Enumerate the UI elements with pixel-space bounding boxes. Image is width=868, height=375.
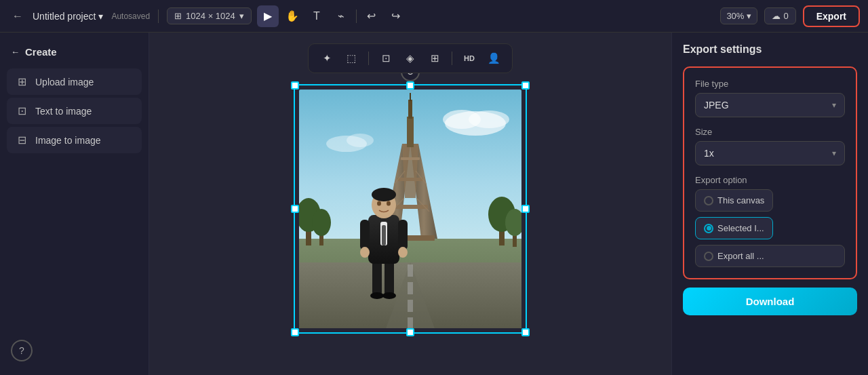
create-back-icon: ← xyxy=(11,47,20,57)
project-name-group[interactable]: Untitled project ▾ xyxy=(33,11,103,22)
size-select[interactable]: 1x ▾ xyxy=(695,141,845,165)
frame-icon: ⊡ xyxy=(382,52,391,64)
link-icon: ⌁ xyxy=(338,9,344,22)
size-chevron: ▾ xyxy=(832,149,836,158)
export-panel: Export settings File type JPEG ▾ Size 1x… xyxy=(671,33,868,375)
magic-icon: ✦ xyxy=(323,52,332,64)
export-option-label: Export option xyxy=(695,175,845,185)
help-icon: ? xyxy=(19,345,24,356)
handle-top-left[interactable] xyxy=(291,81,299,90)
project-name-text: Untitled project xyxy=(33,11,96,22)
this-canvas-option[interactable]: This canvas xyxy=(695,189,773,212)
export-radio-group: This canvas Selected I... xyxy=(695,189,845,239)
crop-tool-button[interactable]: ⬚ xyxy=(341,48,361,68)
export-options-group: This canvas Selected I... Export all ... xyxy=(695,189,845,267)
cloud-button[interactable]: ☁ 0 xyxy=(764,7,795,24)
canvas-size-text: 1024 × 1024 xyxy=(186,11,235,21)
magic-tool-button[interactable]: ✦ xyxy=(317,48,337,68)
export-settings-box: File type JPEG ▾ Size 1x ▾ Export option xyxy=(683,66,857,279)
zoom-control[interactable]: 30% ▾ xyxy=(720,7,757,24)
topbar-right: 30% ▾ ☁ 0 Export xyxy=(720,5,860,27)
this-canvas-label: This canvas xyxy=(717,195,764,205)
size-label: Size xyxy=(695,127,845,137)
eraser-tool-button[interactable]: ◈ xyxy=(400,48,420,68)
handle-top-right[interactable] xyxy=(521,81,530,90)
file-type-section: File type JPEG ▾ xyxy=(695,79,845,117)
sidebar-bottom: ? xyxy=(7,334,142,367)
adjust-tool-button[interactable]: ⊞ xyxy=(425,48,445,68)
canvas-toolbar: ✦ ⬚ ⊡ ◈ ⊞ HD 👤 xyxy=(308,43,513,73)
export-all-radio[interactable] xyxy=(704,252,713,261)
hd-button[interactable]: HD xyxy=(459,48,479,68)
file-type-select[interactable]: JPEG ▾ xyxy=(695,93,845,117)
adjust-icon: ⊞ xyxy=(431,52,439,64)
size-section: Size 1x ▾ xyxy=(695,127,845,165)
create-header[interactable]: ← Create xyxy=(7,41,142,66)
selected-option[interactable]: Selected I... xyxy=(695,217,773,239)
link-tool-button[interactable]: ⌁ xyxy=(330,5,352,27)
selected-label: Selected I... xyxy=(717,223,764,233)
avatar-tool-button[interactable]: 👤 xyxy=(484,48,504,68)
selected-radio[interactable] xyxy=(704,224,713,233)
hd-label: HD xyxy=(464,54,475,62)
export-label: Export xyxy=(816,11,846,22)
canvas-content: ↻ xyxy=(299,90,521,328)
text-tool-button[interactable]: T xyxy=(306,5,328,27)
redo-icon: ↪ xyxy=(391,9,400,22)
back-icon: ← xyxy=(12,10,23,22)
upload-image-icon: ⊞ xyxy=(15,75,28,88)
text-to-image-label: Text to image xyxy=(35,106,92,117)
handle-bottom-left[interactable] xyxy=(291,328,299,336)
pan-icon: ✋ xyxy=(285,9,299,22)
zoom-level-text: 30% xyxy=(726,11,744,21)
select-icon: ▶ xyxy=(264,9,272,22)
image-container[interactable]: ↻ xyxy=(299,90,521,328)
redo-button[interactable]: ↪ xyxy=(385,5,407,27)
file-type-label: File type xyxy=(695,79,845,89)
cloud-count-text: 0 xyxy=(783,11,788,21)
back-button[interactable]: ← xyxy=(8,7,27,26)
handle-bottom-right[interactable] xyxy=(521,328,530,336)
handle-top-middle[interactable] xyxy=(406,81,414,90)
undo-button[interactable]: ↩ xyxy=(361,5,382,27)
image-to-image-icon: ⊟ xyxy=(15,134,28,146)
canvas-size-chevron: ▾ xyxy=(239,11,244,21)
file-type-value: JPEG xyxy=(704,100,729,111)
zoom-chevron-icon: ▾ xyxy=(747,11,751,21)
avatar-icon: 👤 xyxy=(488,52,500,64)
topbar-left: ← Untitled project ▾ Autosaved ⊞ 1024 × … xyxy=(8,5,715,27)
tool-divider xyxy=(356,9,357,23)
autosaved-label: Autosaved xyxy=(111,12,150,21)
export-all-label: Export all ... xyxy=(717,251,764,261)
download-label: Download xyxy=(746,296,795,307)
cloud-icon: ☁ xyxy=(772,11,781,21)
text-to-image-icon: ⊡ xyxy=(15,104,28,117)
divider xyxy=(158,9,159,23)
export-all-option[interactable]: Export all ... xyxy=(695,245,845,267)
topbar-tools: ▶ ✋ T ⌁ ↩ ↪ xyxy=(257,5,407,27)
canvas-toolbar-divider xyxy=(368,52,369,65)
help-button[interactable]: ? xyxy=(11,340,33,361)
canvas-size-button[interactable]: ⊞ 1024 × 1024 ▾ xyxy=(167,7,252,24)
sidebar-item-upload-image[interactable]: ⊞ Upload image xyxy=(7,68,142,95)
crop-icon: ⬚ xyxy=(347,52,356,64)
project-dropdown-icon: ▾ xyxy=(98,11,103,22)
pan-tool-button[interactable]: ✋ xyxy=(281,5,303,27)
text-icon: T xyxy=(313,10,320,22)
handle-middle-left[interactable] xyxy=(291,205,299,213)
handle-bottom-middle[interactable] xyxy=(406,328,414,336)
sidebar-item-text-to-image[interactable]: ⊡ Text to image xyxy=(7,98,142,124)
this-canvas-radio[interactable] xyxy=(704,196,713,205)
sidebar-item-image-to-image[interactable]: ⊟ Image to image xyxy=(7,127,142,153)
download-button[interactable]: Download xyxy=(683,288,857,315)
eraser-icon: ◈ xyxy=(406,52,414,64)
select-tool-button[interactable]: ▶ xyxy=(257,5,279,27)
canvas-icon: ⊞ xyxy=(174,11,182,21)
frame-tool-button[interactable]: ⊡ xyxy=(376,48,396,68)
image-to-image-label: Image to image xyxy=(35,135,101,146)
handle-middle-right[interactable] xyxy=(521,205,530,213)
sidebar: ← Create ⊞ Upload image ⊡ Text to image … xyxy=(0,33,149,375)
create-header-label: Create xyxy=(25,46,57,58)
export-button[interactable]: Export xyxy=(803,5,860,27)
file-type-chevron: ▾ xyxy=(832,100,836,110)
